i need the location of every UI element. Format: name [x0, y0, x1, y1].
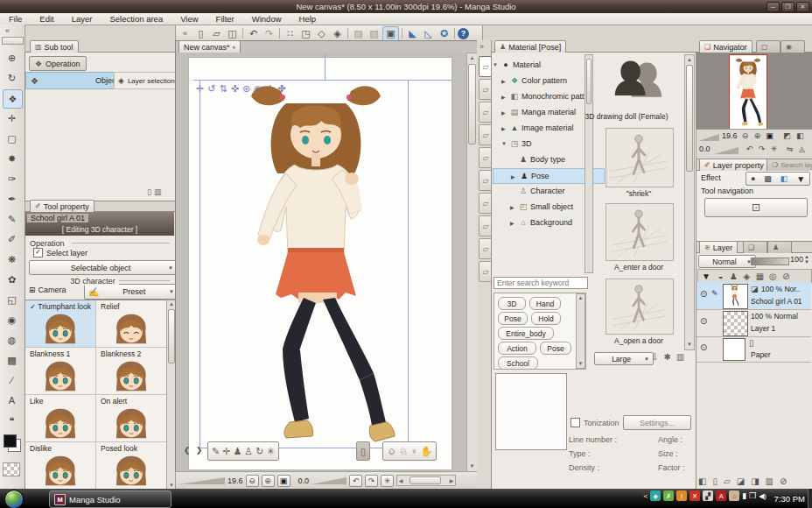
- tool-gradient[interactable]: ▩: [3, 351, 21, 369]
- expand-arrow-icon[interactable]: ▶: [510, 220, 516, 226]
- collapse-arrow-icon[interactable]: ▼: [493, 62, 499, 67]
- tray-icon-6[interactable]: A: [716, 490, 726, 501]
- tray-icon-5[interactable]: ▞: [703, 490, 713, 501]
- menu-view[interactable]: View: [172, 13, 206, 25]
- scroll-thumb[interactable]: [686, 65, 693, 172]
- scroll-down-icon[interactable]: ▼: [577, 360, 584, 368]
- open-file-icon[interactable]: ▱: [209, 27, 224, 40]
- network-icon[interactable]: ❒: [749, 491, 756, 500]
- visibility-eye-icon[interactable]: ⊙: [700, 316, 707, 326]
- lock-layer-icon[interactable]: ◈: [740, 272, 753, 281]
- tool-property-tab[interactable]: ✐ Tool property: [30, 200, 94, 212]
- tool-navigation-button[interactable]: ⊡: [704, 198, 808, 217]
- reset-joints-icon[interactable]: ✳: [266, 446, 274, 457]
- material-item-label[interactable]: A_open a door: [595, 336, 682, 345]
- collapse-toolbar-icon[interactable]: «: [178, 27, 192, 40]
- expand-arrow-icon[interactable]: ▶: [501, 94, 508, 100]
- menu-layer[interactable]: Layer: [63, 13, 102, 25]
- tree-item-3d[interactable]: ▼◳3D: [493, 137, 594, 151]
- tool-eraser[interactable]: ◱: [3, 291, 21, 308]
- tree-scrollbar[interactable]: [584, 54, 593, 273]
- effect-layer-color-icon[interactable]: ◧: [780, 174, 788, 183]
- menu-selection-area[interactable]: Selection area: [101, 13, 172, 25]
- page-toggle-button[interactable]: ▯: [356, 441, 370, 461]
- material-tab[interactable]: ♟ Material [Pose]: [494, 40, 566, 53]
- transparent-color-swatch[interactable]: [3, 462, 20, 476]
- tag-hand[interactable]: Hand: [529, 297, 561, 310]
- tool-text[interactable]: A: [3, 392, 21, 409]
- new-folder-icon[interactable]: ▱: [724, 476, 731, 486]
- layer-tab[interactable]: ≋ Layer: [699, 241, 738, 253]
- tool-strip-tab[interactable]: [2, 37, 24, 45]
- tool-decoration[interactable]: ✿: [3, 271, 21, 288]
- tray-icon-7[interactable]: ⌂: [729, 490, 739, 501]
- pose-thumbnail-enter-door[interactable]: [606, 203, 674, 261]
- delete-layer-icon[interactable]: ⊘: [780, 272, 793, 281]
- layer-row-layer1[interactable]: ⊙ 100 % Normal Layer 1: [696, 309, 811, 337]
- scroll-down-icon[interactable]: ▼: [467, 462, 477, 470]
- pose-thumbnail-shriek[interactable]: [606, 128, 674, 187]
- tool-rotate-canvas[interactable]: ↻: [3, 69, 21, 87]
- new-vector-layer-icon[interactable]: ▯: [712, 476, 718, 486]
- effect-tone-icon[interactable]: ▩: [764, 174, 772, 183]
- nav-flip-v-icon[interactable]: ◬: [796, 144, 808, 154]
- layer-row-school-girl[interactable]: ⊙ ✎ ◪ 100 % Nor.. School girl A 01: [696, 282, 811, 310]
- layer-row-paper[interactable]: ⊙ ▯ Paper: [696, 336, 811, 363]
- nav-fit-icon[interactable]: ▣: [764, 131, 775, 141]
- tool-airbrush[interactable]: ❋: [3, 250, 21, 268]
- expand-arrow-icon[interactable]: ▶: [501, 109, 508, 116]
- navigator-tab-3[interactable]: ◉: [780, 40, 805, 53]
- navigator-tab[interactable]: ❏ Navigator: [699, 40, 752, 53]
- camera-rotate-icon[interactable]: ↺: [207, 83, 215, 95]
- reset-view-icon[interactable]: ✳: [381, 475, 394, 487]
- subtool-tab[interactable]: ▥ Sub tool: [30, 40, 79, 53]
- tag-pose[interactable]: Pose: [498, 312, 528, 325]
- perspective-ruler-icon[interactable]: ▧: [367, 27, 382, 40]
- subtool-item-layer-selection[interactable]: ◈ Layer selection: [114, 72, 183, 89]
- layer-property-tab[interactable]: ✐ Layer property: [699, 159, 769, 171]
- transfer-layer-icon[interactable]: ◪: [737, 476, 745, 486]
- add-subtool-icon[interactable]: ▯: [147, 187, 151, 196]
- symmetry-ruler-icon[interactable]: ▨: [351, 27, 366, 40]
- collapse-strip-icon[interactable]: «: [5, 26, 10, 35]
- register-pose-icon[interactable]: ✎: [212, 446, 220, 457]
- fit-to-screen-icon[interactable]: ▣: [277, 475, 290, 487]
- tag-hold[interactable]: Hold: [531, 312, 561, 325]
- collapse-arrow-icon[interactable]: ▼: [501, 141, 508, 146]
- lock-alpha-icon[interactable]: ▦: [753, 272, 766, 281]
- merge-layer-icon[interactable]: ◨: [751, 476, 759, 486]
- nav-zoom-in-icon[interactable]: ⊕: [752, 131, 763, 141]
- mask-icon[interactable]: ♟: [727, 272, 740, 281]
- tool-move-layer[interactable]: ✛: [3, 109, 21, 127]
- volume-icon[interactable]: ◀): [759, 492, 766, 500]
- expand-arrow-icon[interactable]: ▶: [511, 173, 517, 180]
- search-layer-tab[interactable]: ❍ Search layer: [766, 159, 812, 171]
- rotate-right-icon[interactable]: ↷: [365, 475, 378, 487]
- settings-button[interactable]: Settings...: [623, 415, 691, 430]
- frame-select-icon[interactable]: ▣: [382, 26, 399, 41]
- face-edit-icon[interactable]: ☺: [387, 446, 396, 456]
- camera-pan-icon[interactable]: ✛: [196, 83, 204, 95]
- nav-reset-icon[interactable]: ✳: [768, 144, 780, 154]
- save-icon[interactable]: ◫: [225, 27, 240, 40]
- tool-selection[interactable]: ▢: [3, 130, 21, 147]
- scroll-left-icon[interactable]: ◀: [398, 477, 403, 485]
- nav-flip-h-icon[interactable]: ⇋: [784, 144, 795, 154]
- tool-zoom[interactable]: ⊕: [3, 49, 21, 67]
- material-item-label[interactable]: A_enter a door: [595, 263, 682, 272]
- expression-on-alert[interactable]: On alert: [96, 395, 167, 442]
- drawing-doll-thumbnail[interactable]: [612, 56, 665, 105]
- tray-icon-3[interactable]: !: [676, 490, 687, 501]
- minimize-button[interactable]: ─: [766, 2, 780, 12]
- body-pose-icon[interactable]: ♀: [410, 446, 417, 456]
- navigator-preview[interactable]: [729, 54, 767, 130]
- expand-arrow-icon[interactable]: ▶: [510, 204, 516, 210]
- expression-like[interactable]: Like: [25, 395, 96, 442]
- effect-border-icon[interactable]: ●: [751, 174, 755, 183]
- snap-ruler-icon[interactable]: ◣: [405, 27, 420, 40]
- expression-blankness-2[interactable]: Blankness 2: [96, 348, 167, 395]
- tool-blend[interactable]: ◉: [3, 311, 21, 328]
- tray-expand-icon[interactable]: <: [643, 492, 648, 500]
- delete-material-icon[interactable]: ▥: [676, 352, 684, 362]
- tray-icon-1[interactable]: ◈: [650, 490, 661, 501]
